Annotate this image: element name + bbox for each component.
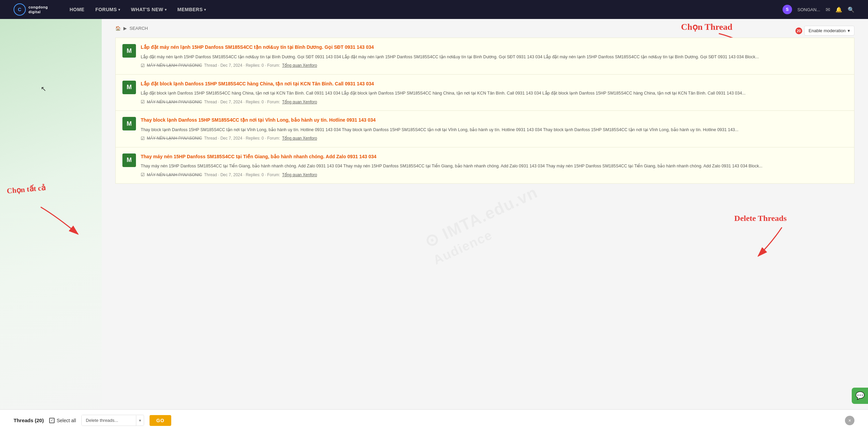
breadcrumb: 🏠 ▶ SEARCH <box>115 26 854 31</box>
navbar: C congdongdigital HOME FORUMS ▾ WHAT'S N… <box>0 0 868 19</box>
nav-home[interactable]: HOME <box>65 4 88 15</box>
thread-card: M Thay máy nén 15HP Danfoss SM185S4CC tạ… <box>115 147 854 184</box>
select-all-wrap[interactable]: ✓ Select all <box>49 418 76 423</box>
logo-text: congdongdigital <box>28 5 48 15</box>
checkbox-icon: ☑ <box>141 172 145 177</box>
threads-count: Threads (20) <box>14 417 44 423</box>
delete-threads-dropdown[interactable]: Delete threads... <box>82 415 136 426</box>
thread-meta: ☑ MÁY NÉN LẠNH PANASONIC Thread · Dec 7,… <box>141 136 847 141</box>
main-content: Chọn Thread 20 Enable moderation ▾ 🏠 <box>102 19 868 431</box>
thread-excerpt: Lắp đặt block lạnh Danfoss 15HP SM185S4C… <box>141 90 847 97</box>
annotation-chon-tat-ca: Chọn tất cả <box>6 183 46 196</box>
avatar: M <box>122 44 136 58</box>
search-icon[interactable]: 🔍 <box>848 6 854 13</box>
breadcrumb-separator: ▶ <box>123 26 127 31</box>
forum-link[interactable]: Tổng quan Xenforo <box>282 100 317 104</box>
forum-link[interactable]: Tổng quan Xenforo <box>282 136 317 141</box>
thread-meta: ☑ MÁY NÉN LẠNH PANASONIC Thread · Dec 7,… <box>141 63 847 68</box>
watermark-line1: ⊙ IMTA.edu.vn <box>421 182 540 251</box>
thread-header: M Lắp đặt block lạnh Danfoss 15HP SM185S… <box>122 81 847 105</box>
arrow-delete-threads <box>755 226 795 260</box>
bell-icon[interactable]: 🔔 <box>835 6 842 13</box>
nav-forums[interactable]: FORUMS ▾ <box>91 4 124 15</box>
checkbox-icon: ☑ <box>141 136 145 141</box>
thread-header: M Thay máy nén 15HP Danfoss SM185S4CC tạ… <box>122 153 847 178</box>
thread-meta: ☑ MÁY NÉN LẠNH PANASONIC Thread · Dec 7,… <box>141 99 847 104</box>
forum-link[interactable]: Tổng quan Xenforo <box>282 63 317 68</box>
chevron-down-icon: ▾ <box>165 8 167 12</box>
breadcrumb-current: SEARCH <box>130 26 148 31</box>
source-link[interactable]: MÁY NÉN LẠNH PANASONIC <box>147 172 202 177</box>
checkbox-icon: ☑ <box>141 63 145 68</box>
annotation-delete-wrap: Delete Threads <box>734 214 787 223</box>
page-wrapper: Chọn tất cả Chọn Thread <box>0 19 868 431</box>
thread-card: M Lắp đặt block lạnh Danfoss 15HP SM185S… <box>115 75 854 111</box>
meta-text: Thread · Dec 7, 2024 · Replies: 0 · Foru… <box>204 136 280 141</box>
dropdown-arrow-icon: ▾ <box>848 28 850 33</box>
thread-title[interactable]: Thay block lạnh Danfoss 15HP SM185S4CC t… <box>141 117 847 124</box>
thread-title[interactable]: Thay máy nén 15HP Danfoss SM185S4CC tại … <box>141 153 847 160</box>
thread-title[interactable]: Lắp đặt máy nén lạnh 15HP Danfoss SM185S… <box>141 44 847 51</box>
enable-moderation-button[interactable]: Enable moderation ▾ <box>804 26 854 36</box>
avatar: M <box>122 153 136 167</box>
nav-members[interactable]: MEMBERS ▾ <box>173 4 210 15</box>
chat-widget[interactable]: 💬 <box>852 388 868 404</box>
logo-circle: C <box>14 3 26 16</box>
home-icon[interactable]: 🏠 <box>115 26 121 31</box>
chevron-down-icon: ▾ <box>118 8 120 12</box>
threads-container: M Lắp đặt máy nén lạnh 15HP Danfoss SM18… <box>115 38 854 184</box>
arrow-select-all <box>31 204 92 244</box>
delete-select-wrap[interactable]: Delete threads... ▾ <box>81 415 144 426</box>
thread-title[interactable]: Lắp đặt block lạnh Danfoss 15HP SM185S4C… <box>141 81 847 87</box>
source-link[interactable]: MÁY NÉN LẠNH PANASONIC <box>147 63 202 68</box>
go-button[interactable]: GO <box>150 415 171 426</box>
thread-card: M Thay block lạnh Danfoss 15HP SM185S4CC… <box>115 111 854 147</box>
thread-body: Thay block lạnh Danfoss 15HP SM185S4CC t… <box>141 117 847 141</box>
navbar-links: HOME FORUMS ▾ WHAT'S NEW ▾ MEMBERS ▾ <box>65 4 210 15</box>
thread-body: Lắp đặt máy nén lạnh 15HP Danfoss SM185S… <box>141 44 847 68</box>
thread-header: M Thay block lạnh Danfoss 15HP SM185S4CC… <box>122 117 847 141</box>
thread-excerpt: Lắp đặt máy nén lạnh 15HP Danfoss SM185S… <box>141 54 847 60</box>
bottom-bar: Threads (20) ✓ Select all Delete threads… <box>0 409 868 431</box>
watermark: ⊙ IMTA.edu.vn Audience <box>421 182 548 267</box>
nav-username: SONGAN... <box>797 7 820 12</box>
thread-body: Thay máy nén 15HP Danfoss SM185S4CC tại … <box>141 153 847 178</box>
chevron-down-icon: ▾ <box>204 8 206 12</box>
close-button[interactable]: × <box>845 416 854 425</box>
select-all-checkbox[interactable]: ✓ <box>49 418 55 423</box>
source-link[interactable]: MÁY NÉN LẠNH PANASONIC <box>147 136 202 141</box>
enable-moderation-wrap: 20 Enable moderation ▾ <box>795 26 854 36</box>
meta-text: Thread · Dec 7, 2024 · Replies: 0 · Foru… <box>204 100 280 104</box>
thread-header: M Lắp đặt máy nén lạnh 15HP Danfoss SM18… <box>122 44 847 68</box>
nav-whats-new[interactable]: WHAT'S NEW ▾ <box>127 4 171 15</box>
select-all-label: Select all <box>57 418 76 423</box>
source-link[interactable]: MÁY NÉN LẠNH PANASONIC <box>147 100 202 104</box>
checkbox-icon: ☑ <box>141 99 145 104</box>
watermark-line2: Audience <box>431 203 548 268</box>
dropdown-arrow-icon: ▾ <box>136 415 144 426</box>
meta-text: Thread · Dec 7, 2024 · Replies: 0 · Foru… <box>204 63 280 68</box>
moderation-badge: 20 <box>795 27 802 34</box>
avatar: M <box>122 81 136 94</box>
thread-card: M Lắp đặt máy nén lạnh 15HP Danfoss SM18… <box>115 38 854 75</box>
forum-link[interactable]: Tổng quan Xenforo <box>282 172 317 177</box>
thread-excerpt: Thay máy nén 15HP Danfoss SM185S4CC tại … <box>141 163 847 169</box>
thread-meta: ☑ MÁY NÉN LẠNH PANASONIC Thread · Dec 7,… <box>141 172 847 177</box>
left-sidebar: Chọn tất cả <box>0 19 102 431</box>
logo[interactable]: C congdongdigital <box>14 3 48 16</box>
enable-moderation-label: Enable moderation <box>809 28 846 33</box>
mail-icon[interactable]: ✉ <box>826 6 830 13</box>
user-avatar: S <box>783 5 792 14</box>
avatar: M <box>122 117 136 130</box>
thread-body: Lắp đặt block lạnh Danfoss 15HP SM185S4C… <box>141 81 847 105</box>
thread-excerpt: Thay block lạnh Danfoss 15HP SM185S4CC t… <box>141 126 847 133</box>
annotation-delete-threads: Delete Threads <box>734 214 787 223</box>
navbar-right: S SONGAN... ✉ 🔔 🔍 <box>783 5 854 14</box>
meta-text: Thread · Dec 7, 2024 · Replies: 0 · Foru… <box>204 172 280 177</box>
